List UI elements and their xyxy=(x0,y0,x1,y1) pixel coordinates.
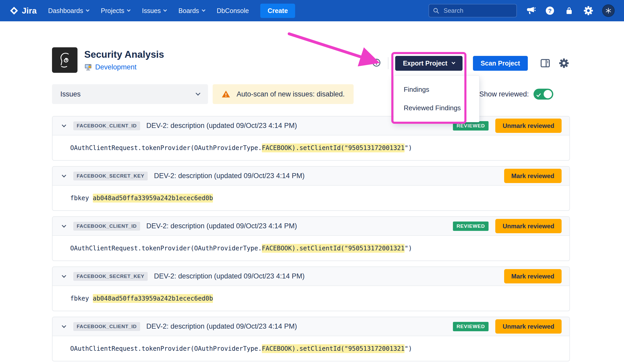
main-content: Security Analysis Development xyxy=(0,47,624,361)
finding-actions: Mark reviewed xyxy=(504,269,562,283)
findings-list: FACEBOOK_CLIENT_ID DEV-2: description (u… xyxy=(52,116,570,361)
chevron-down-icon xyxy=(451,61,455,64)
project-avatar xyxy=(52,47,77,73)
finding-code: OAuthClientRequest.tokenProvider(OAuthPr… xyxy=(53,135,569,160)
jira-logo[interactable]: Jira xyxy=(9,6,37,16)
collapse-chevron-icon[interactable] xyxy=(62,273,66,278)
settings-icon[interactable] xyxy=(583,5,594,16)
project-link-label: Development xyxy=(95,63,136,71)
filter-toolbar: Issues Auto-scan of new issues: disabled… xyxy=(52,84,570,104)
nav-item-dbconsole[interactable]: DbConsole xyxy=(217,7,249,15)
code-snippet: OAuthClientRequest.tokenProvider(OAuthPr… xyxy=(70,245,412,252)
code-snippet: OAuthClientRequest.tokenProvider(OAuthPr… xyxy=(70,345,412,352)
finding-card: FACEBOOK_SECRET_KEY DEV-2: description (… xyxy=(52,266,570,311)
nav-item-boards[interactable]: Boards xyxy=(178,7,205,15)
show-reviewed-toggle[interactable] xyxy=(534,89,553,100)
reviewed-badge: REVIEWED xyxy=(453,121,489,131)
search-icon xyxy=(433,7,439,15)
jira-logo-text: Jira xyxy=(22,6,37,16)
chevron-down-icon xyxy=(127,8,131,12)
issues-filter-select[interactable]: Issues xyxy=(52,84,208,104)
collapse-chevron-icon[interactable] xyxy=(62,123,66,127)
export-project-label: Export Project xyxy=(403,60,447,67)
nav-menu: DashboardsProjectsIssuesBoardsDbConsole xyxy=(48,7,249,15)
autoscan-warning-banner: Auto-scan of new issues: disabled. xyxy=(213,84,354,104)
toggle-knob xyxy=(544,90,552,98)
finding-card: FACEBOOK_CLIENT_ID DEV-2: description (u… xyxy=(52,116,570,161)
review-toggle-button[interactable]: Unmark reviewed xyxy=(495,119,562,133)
export-dropdown-menu: FindingsReviewed Findings xyxy=(394,75,479,122)
chevron-down-icon xyxy=(86,8,89,12)
review-toggle-button[interactable]: Mark reviewed xyxy=(504,269,562,283)
code-snippet: fbkey ab048ad50ffa33959a242b1ecec6ed0b xyxy=(70,295,213,302)
finding-card: FACEBOOK_CLIENT_ID DEV-2: description (u… xyxy=(52,216,570,261)
project-header: Security Analysis Development xyxy=(52,47,570,73)
nav-item-dashboards[interactable]: Dashboards xyxy=(48,7,89,15)
header-actions: Export Project FindingsReviewed Findings… xyxy=(372,56,570,71)
project-settings-gear-icon[interactable] xyxy=(558,57,570,69)
finding-title: DEV-2: description (updated 09/Oct/23 4:… xyxy=(146,122,297,130)
finding-header: FACEBOOK_CLIENT_ID DEV-2: description (u… xyxy=(53,116,569,135)
finding-card: FACEBOOK_SECRET_KEY DEV-2: description (… xyxy=(52,166,570,211)
nav-item-label: Projects xyxy=(101,7,124,15)
export-menu-item-reviewed-findings[interactable]: Reviewed Findings xyxy=(394,99,479,117)
finding-type-badge: FACEBOOK_CLIENT_ID xyxy=(73,222,140,231)
nav-item-label: Dashboards xyxy=(48,7,83,15)
finding-header: FACEBOOK_SECRET_KEY DEV-2: description (… xyxy=(53,267,569,286)
finding-title: DEV-2: description (updated 09/Oct/23 4:… xyxy=(154,172,304,180)
finding-code: fbkey ab048ad50ffa33959a242b1ecec6ed0b xyxy=(53,286,569,311)
finding-code: fbkey ab048ad50ffa33959a242b1ecec6ed0b xyxy=(53,186,569,210)
export-menu-item-findings[interactable]: Findings xyxy=(394,80,479,99)
export-project-button[interactable]: Export Project xyxy=(395,56,463,71)
user-avatar[interactable] xyxy=(602,4,615,17)
global-search xyxy=(428,4,517,17)
finding-code: OAuthClientRequest.tokenProvider(OAuthPr… xyxy=(53,236,569,261)
finding-title: DEV-2: description (updated 09/Oct/23 4:… xyxy=(146,222,297,230)
collapse-chevron-icon[interactable] xyxy=(62,173,66,177)
info-icon[interactable] xyxy=(372,58,381,68)
finding-header: FACEBOOK_CLIENT_ID DEV-2: description (u… xyxy=(53,217,569,236)
export-project-group: Export Project FindingsReviewed Findings xyxy=(395,56,463,71)
finding-type-badge: FACEBOOK_CLIENT_ID xyxy=(73,121,140,130)
finding-header: FACEBOOK_SECRET_KEY DEV-2: description (… xyxy=(53,167,569,186)
nav-item-issues[interactable]: Issues xyxy=(142,7,166,15)
review-toggle-button[interactable]: Mark reviewed xyxy=(504,169,562,183)
reviewed-badge: REVIEWED xyxy=(453,322,489,331)
layout-panels-icon[interactable] xyxy=(539,57,551,69)
issues-filter-label: Issues xyxy=(60,90,81,98)
finding-actions: Mark reviewed xyxy=(504,169,562,183)
page-title: Security Analysis xyxy=(84,49,164,60)
nav-item-projects[interactable]: Projects xyxy=(101,7,130,15)
collapse-chevron-icon[interactable] xyxy=(62,323,66,328)
collapse-chevron-icon[interactable] xyxy=(62,223,66,228)
finding-actions: REVIEWED Unmark reviewed xyxy=(453,319,562,334)
finding-title: DEV-2: description (updated 09/Oct/23 4:… xyxy=(154,272,304,280)
lock-icon[interactable] xyxy=(564,5,575,16)
svg-text:?: ? xyxy=(548,8,552,14)
finding-actions: REVIEWED Unmark reviewed xyxy=(453,219,562,233)
navbar-right: ? xyxy=(428,4,615,17)
review-toggle-button[interactable]: Unmark reviewed xyxy=(495,219,562,233)
search-input[interactable] xyxy=(428,4,517,17)
finding-type-badge: FACEBOOK_SECRET_KEY xyxy=(73,272,148,281)
help-icon[interactable]: ? xyxy=(544,5,555,16)
top-navbar: Jira DashboardsProjectsIssuesBoardsDbCon… xyxy=(0,0,624,21)
code-snippet: fbkey ab048ad50ffa33959a242b1ecec6ed0b xyxy=(70,194,213,202)
scan-project-button[interactable]: Scan Project xyxy=(473,56,528,71)
chevron-down-icon xyxy=(196,91,200,95)
project-identity: Security Analysis Development xyxy=(52,47,164,73)
announcements-icon[interactable] xyxy=(525,5,536,16)
warning-text: Auto-scan of new issues: disabled. xyxy=(237,90,345,98)
divider xyxy=(388,57,388,69)
warning-icon xyxy=(222,90,230,99)
finding-type-badge: FACEBOOK_SECRET_KEY xyxy=(73,172,148,180)
review-toggle-button[interactable]: Unmark reviewed xyxy=(495,319,562,334)
nav-item-label: Issues xyxy=(142,7,161,15)
create-button[interactable]: Create xyxy=(260,4,295,18)
reviewed-badge: REVIEWED xyxy=(453,222,489,231)
nav-item-label: DbConsole xyxy=(217,7,249,15)
project-link-development[interactable]: Development xyxy=(84,63,164,71)
jira-logo-icon xyxy=(9,6,19,15)
show-reviewed-control: Show reviewed: xyxy=(479,89,553,100)
finding-type-badge: FACEBOOK_CLIENT_ID xyxy=(73,322,140,331)
